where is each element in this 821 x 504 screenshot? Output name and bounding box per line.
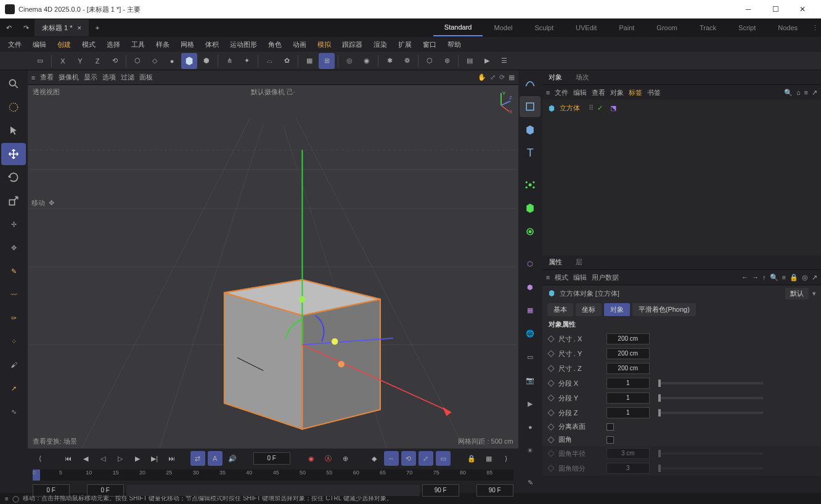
- close-button[interactable]: ✕: [789, 0, 816, 18]
- document-tab[interactable]: 未标题 1 * ×: [35, 19, 89, 36]
- timeline-ruler[interactable]: 051015202530354045505560657075808590: [33, 469, 513, 481]
- keyframe-diamond-icon[interactable]: [547, 365, 554, 372]
- attr-hamburger-icon[interactable]: ≡: [546, 274, 550, 281]
- range-end2-field[interactable]: 90 F: [476, 484, 513, 497]
- om-filter-icon[interactable]: ≡: [804, 89, 808, 97]
- om-tags[interactable]: 标签: [629, 88, 642, 97]
- preset-menu-icon[interactable]: ▾: [812, 290, 816, 298]
- vp-menu-camera[interactable]: 摄像机: [59, 73, 79, 82]
- layout-tab-standard[interactable]: Standard: [433, 19, 483, 36]
- record-cam-icon[interactable]: ●: [520, 417, 541, 437]
- crosshair-icon[interactable]: ✦: [239, 53, 255, 69]
- layout-tab-sculpt[interactable]: Sculpt: [523, 19, 565, 36]
- tl-stepback-icon[interactable]: ◀: [78, 451, 93, 466]
- keyframe-diamond-icon[interactable]: [547, 335, 554, 342]
- grid-icon[interactable]: ▦: [301, 53, 317, 69]
- attr-tab-平滑着色(Phong)[interactable]: 平滑着色(Phong): [632, 303, 696, 316]
- select-tool[interactable]: [1, 96, 26, 118]
- attr-slider[interactable]: [658, 452, 763, 455]
- attr-back-icon[interactable]: ←: [741, 274, 748, 282]
- globe-icon[interactable]: 🌐: [520, 323, 541, 344]
- attr-value-field[interactable]: 200 cm: [607, 333, 650, 344]
- render-region-icon[interactable]: ▭: [520, 347, 541, 368]
- layout-tab-nodes[interactable]: Nodes: [767, 19, 809, 36]
- gear2-icon[interactable]: ❁: [399, 53, 415, 69]
- om-popout-icon[interactable]: ↗: [812, 89, 817, 97]
- magnet-icon[interactable]: ⌓: [261, 53, 277, 69]
- keyframe-diamond-icon[interactable]: [547, 450, 554, 457]
- tl-lock-icon[interactable]: 🔒: [464, 451, 479, 466]
- add-tab-button[interactable]: +: [89, 19, 106, 36]
- edge-mode-icon[interactable]: [520, 198, 541, 219]
- world-axis-icon[interactable]: ⟲: [107, 53, 123, 69]
- object-tree[interactable]: 立方体 ⠿ ✓ ⬔: [542, 100, 821, 255]
- blob-tool[interactable]: ⁘: [1, 330, 26, 352]
- menu-创建[interactable]: 创建: [53, 38, 75, 51]
- viewport-camera-label[interactable]: 默认摄像机 己·: [251, 87, 295, 97]
- layout-tab-model[interactable]: Model: [483, 19, 523, 36]
- attr-checkbox[interactable]: [607, 423, 614, 431]
- object-mode-icon[interactable]: [520, 120, 541, 140]
- om-edit[interactable]: 编辑: [573, 88, 587, 97]
- gear-icon[interactable]: ✿: [279, 53, 295, 69]
- attr-slider[interactable]: [658, 412, 763, 414]
- tl-rot-icon[interactable]: ⟲: [401, 451, 416, 466]
- close-tab-icon[interactable]: ×: [78, 24, 81, 31]
- joint-icon[interactable]: ⋔: [221, 53, 237, 69]
- om-search-icon[interactable]: 🔍: [784, 89, 793, 97]
- tl-play-icon[interactable]: ▷: [113, 451, 128, 466]
- attr-tab-基本[interactable]: 基本: [547, 303, 573, 316]
- om-file[interactable]: 文件: [555, 88, 568, 97]
- tab-objects[interactable]: 对象: [546, 71, 565, 83]
- attr-mode[interactable]: 模式: [555, 273, 568, 282]
- attr-tab-对象[interactable]: 对象: [604, 303, 630, 316]
- attr-fwd-icon[interactable]: →: [752, 274, 759, 282]
- butterfly-icon[interactable]: ✱: [382, 53, 398, 69]
- cursor-tool[interactable]: [1, 120, 26, 142]
- keyframe-diamond-icon[interactable]: [547, 380, 554, 386]
- menu-动画[interactable]: 动画: [288, 38, 311, 51]
- cube-primitive-button[interactable]: [181, 53, 197, 69]
- attr-slider[interactable]: [658, 467, 763, 469]
- vp-hand-icon[interactable]: ✋: [478, 73, 486, 81]
- om-object[interactable]: 对象: [610, 88, 624, 97]
- menu-渲染[interactable]: 渲染: [369, 38, 391, 51]
- axis-z-button[interactable]: Z: [89, 53, 105, 69]
- attr-checkbox[interactable]: [607, 436, 614, 444]
- menu-模拟[interactable]: 模拟: [313, 38, 335, 51]
- vp-menu-display[interactable]: 显示: [84, 73, 97, 82]
- visibility-dots-icon[interactable]: ⠿: [589, 104, 594, 112]
- attr-value-field[interactable]: 1: [607, 378, 650, 389]
- attr-popout-icon[interactable]: ↗: [812, 274, 817, 282]
- keyframe-diamond-icon[interactable]: [547, 465, 554, 471]
- knife-tool[interactable]: ➚: [1, 377, 26, 399]
- timeline-range[interactable]: [126, 485, 420, 496]
- attr-value-field[interactable]: 3 cm: [607, 448, 650, 459]
- vp-menu-panel[interactable]: 面板: [139, 73, 153, 82]
- tl-autokey-icon[interactable]: A: [208, 451, 223, 466]
- light-icon[interactable]: ☀: [520, 440, 541, 461]
- transform2-tool[interactable]: ✥: [1, 237, 26, 259]
- menu-窗口[interactable]: 窗口: [419, 38, 441, 51]
- clapper-icon[interactable]: ▤: [462, 53, 478, 69]
- menu-角色[interactable]: 角色: [264, 38, 286, 51]
- tl-dope-icon[interactable]: ▦: [481, 451, 496, 466]
- axis-y-button[interactable]: Y: [72, 53, 88, 69]
- tl-keyall-icon[interactable]: ⊕: [338, 451, 353, 466]
- menu-帮助[interactable]: 帮助: [443, 38, 465, 51]
- target2-icon[interactable]: ◉: [359, 53, 375, 69]
- menu-工具[interactable]: 工具: [127, 38, 149, 51]
- vp-grid-icon[interactable]: ▦: [509, 73, 515, 81]
- maximize-button[interactable]: ☐: [762, 0, 789, 18]
- layout-tab-track[interactable]: Track: [688, 19, 727, 36]
- text-mode-icon[interactable]: T: [520, 143, 541, 164]
- tab-takes[interactable]: 场次: [573, 71, 592, 83]
- tl-last-icon[interactable]: ⏭: [165, 451, 179, 466]
- undo-button[interactable]: ↶: [0, 19, 17, 36]
- target-icon[interactable]: ◎: [341, 53, 357, 69]
- enable-check-icon[interactable]: ✓: [597, 104, 603, 112]
- attr-value-field[interactable]: 1: [607, 392, 650, 404]
- attr-slider[interactable]: [658, 382, 763, 384]
- vp-menu-filter[interactable]: 过滤: [121, 73, 134, 82]
- edit-icon[interactable]: ✎: [520, 472, 541, 493]
